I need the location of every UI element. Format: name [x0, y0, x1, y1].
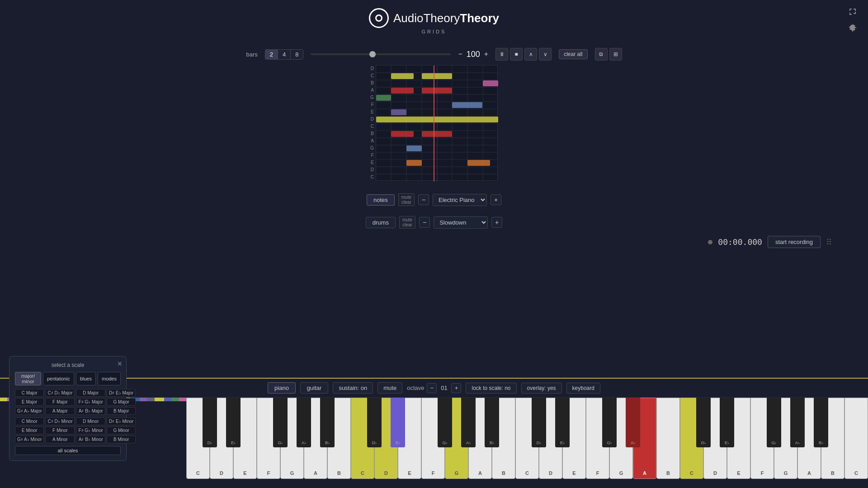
start-recording-button[interactable]: start recording	[768, 236, 821, 248]
scale-fs-minor[interactable]: F♯ G♭ Minor	[76, 427, 105, 434]
scale-tab-blues[interactable]: blues	[76, 372, 96, 385]
bar-2-button[interactable]: 2	[265, 50, 278, 59]
mute-piano-button[interactable]: mute	[377, 382, 402, 394]
scale-a-major[interactable]: A Major	[45, 407, 75, 415]
scale-fs-major[interactable]: F♯ G♭ Major	[76, 398, 105, 406]
black-key-0-5[interactable]: B♭	[320, 398, 335, 447]
scale-d-major[interactable]: D Major	[76, 389, 105, 397]
sustain-button[interactable]: sustain: on	[333, 382, 373, 394]
black-key-0-0[interactable]: D♭	[203, 398, 217, 447]
drums-button[interactable]: drums	[366, 217, 396, 228]
bpm-minus-button[interactable]: −	[458, 50, 462, 58]
scale-gs-minor[interactable]: G♯ A♭ Minor	[15, 436, 44, 443]
bpm-plus-button[interactable]: +	[484, 50, 488, 58]
octave-minus-button[interactable]: −	[427, 383, 437, 393]
drums-row: drums mute clear − Slowdown +	[366, 216, 502, 229]
scale-cs-minor[interactable]: C♯ D♭ Minor	[45, 418, 75, 425]
black-key-2-0[interactable]: D♭	[532, 398, 546, 447]
black-key-3-5[interactable]: B♭	[814, 398, 828, 447]
lock-to-scale-button[interactable]: lock to scale: no	[466, 383, 516, 394]
black-key-3-4[interactable]: A♭	[790, 398, 805, 447]
piano-mode-button[interactable]: piano	[268, 382, 296, 394]
down-button[interactable]: ∨	[539, 48, 552, 61]
bar-4-button[interactable]: 4	[278, 50, 291, 59]
drums-instrument-select[interactable]: Slowdown	[434, 216, 488, 229]
grid-view-icon[interactable]: ⠿	[826, 237, 832, 247]
black-key-3-0[interactable]: D♭	[696, 398, 711, 447]
stop-button[interactable]: ■	[510, 48, 523, 61]
scale-b-minor[interactable]: B Minor	[107, 436, 136, 443]
logo-area: AudioTheoryTheory GRIDS	[369, 8, 499, 34]
drums-mute-clear-button[interactable]: mute clear	[399, 216, 415, 229]
scale-g-major[interactable]: G Major	[107, 398, 136, 406]
white-key-final-c[interactable]: C	[844, 398, 868, 479]
note-label-c5: C	[370, 72, 374, 80]
black-key-1-5[interactable]: B♭	[485, 398, 499, 447]
white-key-2-6[interactable]: B	[656, 398, 680, 479]
scale-tab-modes[interactable]: modes	[98, 372, 121, 385]
black-key-3-1[interactable]: E♭	[720, 398, 734, 447]
drums-minus-button[interactable]: −	[419, 217, 430, 228]
notes-minus-button[interactable]: −	[418, 194, 429, 205]
black-key-1-3[interactable]: G♭	[438, 398, 452, 447]
scale-a-minor[interactable]: A Minor	[45, 436, 75, 443]
note-label-a4: A	[370, 87, 374, 94]
svg-rect-22	[391, 73, 414, 79]
scale-f-major[interactable]: F Major	[45, 398, 75, 406]
scale-c-major[interactable]: C Major	[15, 389, 44, 397]
notes-button[interactable]: notes	[367, 194, 395, 206]
scale-g-minor[interactable]: G Minor	[107, 427, 136, 434]
notes-plus-button[interactable]: +	[491, 194, 501, 205]
notes-mute-clear-button[interactable]: mute clear	[398, 193, 415, 206]
scale-close-button[interactable]: ✕	[117, 360, 123, 367]
guitar-mode-button[interactable]: guitar	[300, 382, 329, 394]
black-key-0-4[interactable]: A♭	[297, 398, 311, 447]
scale-cs-major[interactable]: C♯ D♭ Major	[45, 389, 75, 397]
pause-button[interactable]: ⏸	[495, 48, 508, 61]
scale-d-minor[interactable]: D Minor	[76, 418, 105, 425]
overlay-button[interactable]: overlay: yes	[521, 383, 562, 394]
scale-b-major[interactable]: B Major	[107, 407, 136, 415]
scale-f-minor[interactable]: F Minor	[45, 427, 75, 434]
black-key-3-3[interactable]: G♭	[767, 398, 781, 447]
svg-rect-32	[422, 131, 452, 137]
copy-button[interactable]: ⧉	[595, 48, 608, 61]
note-label-g3: G	[370, 145, 374, 152]
black-key-1-0[interactable]: D♭	[367, 398, 382, 447]
black-key-0-3[interactable]: G♭	[273, 398, 288, 447]
scale-e-minor[interactable]: E Minor	[15, 427, 44, 434]
grid-wrapper[interactable]	[376, 65, 498, 181]
scale-gs-major[interactable]: G♯ A♭ Major	[15, 407, 44, 415]
progress-thumb[interactable]	[369, 51, 376, 57]
keyboard-button[interactable]: keyboard	[566, 383, 600, 394]
scale-ds-minor[interactable]: D♯ E♭ Minor	[107, 418, 136, 425]
black-key-1-4[interactable]: A♭	[461, 398, 476, 447]
scale-tab-pentatonic[interactable]: pentatonic	[43, 372, 74, 385]
black-key-1-1[interactable]: E♭	[391, 398, 405, 447]
clear-all-button[interactable]: clear all	[559, 49, 587, 59]
notes-instrument-select[interactable]: Electric Piano	[433, 194, 487, 206]
bar-8-button[interactable]: 8	[291, 50, 303, 59]
bpm-value: 100	[465, 50, 481, 59]
drums-plus-button[interactable]: +	[491, 217, 502, 228]
scale-as-minor[interactable]: A♯ B♭ Minor	[76, 436, 105, 443]
scale-c-minor[interactable]: C Minor	[15, 418, 44, 425]
svg-rect-26	[422, 88, 452, 94]
progress-track[interactable]	[311, 53, 451, 55]
scale-as-major[interactable]: A♯ B♭ Major	[76, 407, 105, 415]
black-key-2-1[interactable]: E♭	[555, 398, 570, 447]
up-button[interactable]: ∧	[524, 48, 537, 61]
scale-ds-major[interactable]: D♯ E♭ Major	[107, 389, 136, 397]
black-key-2-3[interactable]: G♭	[602, 398, 617, 447]
scale-tab-major-minor[interactable]: major/ minor	[15, 372, 41, 385]
clear-label: clear	[401, 200, 411, 205]
black-key-2-4[interactable]: A♭	[626, 398, 640, 447]
paste-button[interactable]: ⊞	[609, 48, 622, 61]
black-key-0-1[interactable]: E♭	[226, 398, 241, 447]
note-label-a3: A	[370, 137, 374, 145]
scale-e-major[interactable]: E Major	[15, 398, 44, 406]
octave-plus-button[interactable]: +	[451, 383, 461, 393]
settings-icon[interactable]	[846, 22, 859, 34]
expand-icon[interactable]	[846, 5, 859, 18]
all-scales-button[interactable]: all scales	[15, 446, 121, 455]
